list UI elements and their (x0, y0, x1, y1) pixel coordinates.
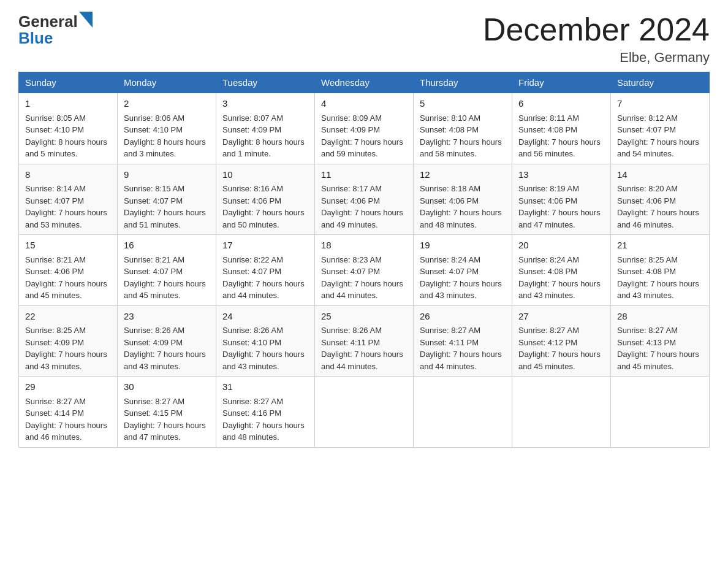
day-info: Sunrise: 8:26 AMSunset: 4:10 PMDaylight:… (222, 326, 305, 371)
day-info: Sunrise: 8:25 AMSunset: 4:08 PMDaylight:… (617, 255, 699, 301)
day-info: Sunrise: 8:22 AMSunset: 4:07 PMDaylight:… (222, 255, 305, 301)
col-monday: Monday (118, 72, 216, 93)
logo-blue-text: Blue (18, 29, 93, 48)
calendar-week-1: 1 Sunrise: 8:05 AMSunset: 4:10 PMDayligh… (19, 93, 710, 164)
calendar-cell: 21 Sunrise: 8:25 AMSunset: 4:08 PMDaylig… (611, 235, 710, 306)
calendar-cell: 15 Sunrise: 8:21 AMSunset: 4:06 PMDaylig… (19, 235, 118, 306)
calendar-cell: 9 Sunrise: 8:15 AMSunset: 4:07 PMDayligh… (118, 164, 216, 235)
day-info: Sunrise: 8:18 AMSunset: 4:06 PMDaylight:… (420, 184, 502, 229)
calendar-cell: 4 Sunrise: 8:09 AMSunset: 4:09 PMDayligh… (315, 93, 414, 164)
day-info: Sunrise: 8:15 AMSunset: 4:07 PMDaylight:… (124, 184, 206, 229)
day-number: 27 (518, 310, 604, 324)
day-number: 31 (222, 380, 308, 394)
day-info: Sunrise: 8:27 AMSunset: 4:12 PMDaylight:… (518, 326, 601, 371)
day-info: Sunrise: 8:23 AMSunset: 4:07 PMDaylight:… (321, 255, 403, 301)
day-info: Sunrise: 8:21 AMSunset: 4:06 PMDaylight:… (25, 255, 107, 301)
col-saturday: Saturday (611, 72, 710, 93)
calendar-cell (414, 377, 512, 448)
calendar-week-2: 8 Sunrise: 8:14 AMSunset: 4:07 PMDayligh… (19, 164, 710, 235)
day-info: Sunrise: 8:21 AMSunset: 4:07 PMDaylight:… (124, 255, 206, 301)
col-friday: Friday (512, 72, 611, 93)
day-number: 6 (518, 97, 604, 111)
calendar-cell: 16 Sunrise: 8:21 AMSunset: 4:07 PMDaylig… (118, 235, 216, 306)
day-info: Sunrise: 8:24 AMSunset: 4:07 PMDaylight:… (420, 255, 502, 301)
calendar-cell: 20 Sunrise: 8:24 AMSunset: 4:08 PMDaylig… (512, 235, 611, 306)
calendar-cell: 1 Sunrise: 8:05 AMSunset: 4:10 PMDayligh… (19, 93, 118, 164)
calendar-cell: 19 Sunrise: 8:24 AMSunset: 4:07 PMDaylig… (414, 235, 512, 306)
day-info: Sunrise: 8:12 AMSunset: 4:07 PMDaylight:… (617, 113, 699, 159)
day-info: Sunrise: 8:09 AMSunset: 4:09 PMDaylight:… (321, 113, 403, 159)
calendar-cell: 8 Sunrise: 8:14 AMSunset: 4:07 PMDayligh… (19, 164, 118, 235)
day-info: Sunrise: 8:19 AMSunset: 4:06 PMDaylight:… (518, 184, 601, 229)
calendar-cell: 11 Sunrise: 8:17 AMSunset: 4:06 PMDaylig… (315, 164, 414, 235)
day-number: 1 (25, 97, 111, 111)
day-info: Sunrise: 8:07 AMSunset: 4:09 PMDaylight:… (222, 113, 305, 159)
svg-marker-0 (79, 12, 93, 28)
day-number: 16 (124, 239, 210, 253)
day-number: 4 (321, 97, 407, 111)
day-number: 28 (617, 310, 703, 324)
day-number: 18 (321, 239, 407, 253)
day-number: 3 (222, 97, 308, 111)
day-info: Sunrise: 8:25 AMSunset: 4:09 PMDaylight:… (25, 326, 107, 371)
calendar-cell: 17 Sunrise: 8:22 AMSunset: 4:07 PMDaylig… (216, 235, 315, 306)
calendar-cell (512, 377, 611, 448)
day-number: 14 (617, 168, 703, 182)
day-info: Sunrise: 8:10 AMSunset: 4:08 PMDaylight:… (420, 113, 502, 159)
day-number: 21 (617, 239, 703, 253)
month-title: December 2024 (483, 12, 710, 47)
day-number: 5 (420, 97, 506, 111)
calendar-cell: 14 Sunrise: 8:20 AMSunset: 4:06 PMDaylig… (611, 164, 710, 235)
day-info: Sunrise: 8:27 AMSunset: 4:14 PMDaylight:… (25, 397, 107, 442)
day-number: 8 (25, 168, 111, 182)
calendar-cell: 7 Sunrise: 8:12 AMSunset: 4:07 PMDayligh… (611, 93, 710, 164)
day-number: 17 (222, 239, 308, 253)
day-info: Sunrise: 8:20 AMSunset: 4:06 PMDaylight:… (617, 184, 699, 229)
day-info: Sunrise: 8:26 AMSunset: 4:11 PMDaylight:… (321, 326, 403, 371)
day-number: 19 (420, 239, 506, 253)
calendar-week-3: 15 Sunrise: 8:21 AMSunset: 4:06 PMDaylig… (19, 235, 710, 306)
day-info: Sunrise: 8:11 AMSunset: 4:08 PMDaylight:… (518, 113, 601, 159)
calendar-cell: 24 Sunrise: 8:26 AMSunset: 4:10 PMDaylig… (216, 305, 315, 377)
calendar-cell (611, 377, 710, 448)
day-number: 2 (124, 97, 210, 111)
calendar-cell: 30 Sunrise: 8:27 AMSunset: 4:15 PMDaylig… (118, 377, 216, 448)
day-number: 20 (518, 239, 604, 253)
col-tuesday: Tuesday (216, 72, 315, 93)
page-header: General Blue December 2024 Elbe, Germany (18, 12, 710, 66)
calendar-cell: 6 Sunrise: 8:11 AMSunset: 4:08 PMDayligh… (512, 93, 611, 164)
day-info: Sunrise: 8:27 AMSunset: 4:15 PMDaylight:… (124, 397, 206, 442)
calendar-week-4: 22 Sunrise: 8:25 AMSunset: 4:09 PMDaylig… (19, 305, 710, 377)
calendar-cell: 10 Sunrise: 8:16 AMSunset: 4:06 PMDaylig… (216, 164, 315, 235)
day-info: Sunrise: 8:06 AMSunset: 4:10 PMDaylight:… (124, 113, 206, 159)
day-number: 23 (124, 310, 210, 324)
day-info: Sunrise: 8:24 AMSunset: 4:08 PMDaylight:… (518, 255, 601, 301)
calendar-cell: 31 Sunrise: 8:27 AMSunset: 4:16 PMDaylig… (216, 377, 315, 448)
day-number: 12 (420, 168, 506, 182)
calendar-cell: 2 Sunrise: 8:06 AMSunset: 4:10 PMDayligh… (118, 93, 216, 164)
day-info: Sunrise: 8:27 AMSunset: 4:13 PMDaylight:… (617, 326, 699, 371)
calendar-cell: 22 Sunrise: 8:25 AMSunset: 4:09 PMDaylig… (19, 305, 118, 377)
calendar-cell: 18 Sunrise: 8:23 AMSunset: 4:07 PMDaylig… (315, 235, 414, 306)
col-wednesday: Wednesday (315, 72, 414, 93)
day-info: Sunrise: 8:17 AMSunset: 4:06 PMDaylight:… (321, 184, 403, 229)
day-info: Sunrise: 8:16 AMSunset: 4:06 PMDaylight:… (222, 184, 305, 229)
day-number: 24 (222, 310, 308, 324)
day-info: Sunrise: 8:05 AMSunset: 4:10 PMDaylight:… (25, 113, 107, 159)
day-info: Sunrise: 8:26 AMSunset: 4:09 PMDaylight:… (124, 326, 206, 371)
calendar-week-5: 29 Sunrise: 8:27 AMSunset: 4:14 PMDaylig… (19, 377, 710, 448)
calendar-cell: 23 Sunrise: 8:26 AMSunset: 4:09 PMDaylig… (118, 305, 216, 377)
calendar-cell: 27 Sunrise: 8:27 AMSunset: 4:12 PMDaylig… (512, 305, 611, 377)
title-section: December 2024 Elbe, Germany (483, 12, 710, 66)
calendar-cell: 12 Sunrise: 8:18 AMSunset: 4:06 PMDaylig… (414, 164, 512, 235)
calendar-cell: 25 Sunrise: 8:26 AMSunset: 4:11 PMDaylig… (315, 305, 414, 377)
day-info: Sunrise: 8:27 AMSunset: 4:11 PMDaylight:… (420, 326, 502, 371)
calendar-cell: 5 Sunrise: 8:10 AMSunset: 4:08 PMDayligh… (414, 93, 512, 164)
day-number: 9 (124, 168, 210, 182)
day-number: 26 (420, 310, 506, 324)
day-number: 11 (321, 168, 407, 182)
col-thursday: Thursday (414, 72, 512, 93)
day-number: 13 (518, 168, 604, 182)
calendar-cell: 29 Sunrise: 8:27 AMSunset: 4:14 PMDaylig… (19, 377, 118, 448)
day-info: Sunrise: 8:27 AMSunset: 4:16 PMDaylight:… (222, 397, 305, 442)
